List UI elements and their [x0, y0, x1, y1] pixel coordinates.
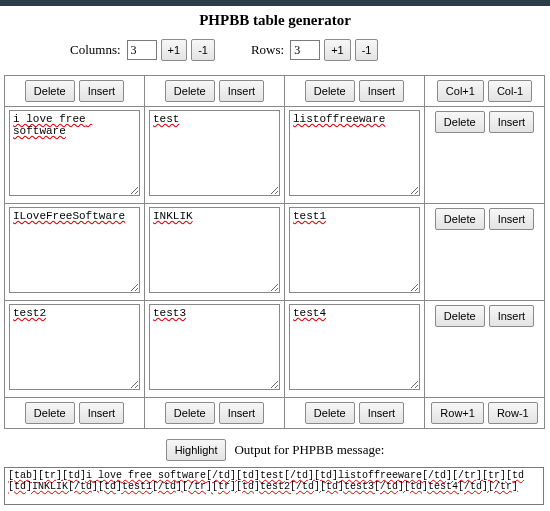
table-cell[interactable]	[9, 110, 140, 196]
col-insert-button[interactable]: Insert	[359, 402, 405, 424]
col-delete-button[interactable]: Delete	[165, 80, 215, 102]
col-insert-button[interactable]: Insert	[359, 80, 405, 102]
col-delete-button[interactable]: Delete	[25, 402, 75, 424]
rows-plus-button[interactable]: +1	[324, 39, 351, 61]
row-insert-button[interactable]: Insert	[489, 111, 535, 133]
row-insert-button[interactable]: Insert	[489, 208, 535, 230]
col-insert-button[interactable]: Insert	[79, 402, 125, 424]
columns-minus-button[interactable]: -1	[191, 39, 215, 61]
col-delete-button[interactable]: Delete	[305, 402, 355, 424]
col-delete-button[interactable]: Delete	[305, 80, 355, 102]
table-cell[interactable]	[149, 207, 280, 293]
rows-minus-button[interactable]: -1	[355, 39, 379, 61]
table-grid: Delete Insert Delete Insert Delete Inser…	[4, 75, 545, 429]
window-top-accent	[0, 0, 550, 6]
dimension-controls: Columns: +1 -1 Rows: +1 -1	[70, 39, 550, 61]
output-label: Output for PHPBB message:	[234, 442, 384, 458]
row-delete-button[interactable]: Delete	[435, 305, 485, 327]
col-delete-button[interactable]: Delete	[165, 402, 215, 424]
columns-input[interactable]	[127, 40, 157, 60]
row-delete-button[interactable]: Delete	[435, 208, 485, 230]
rows-label: Rows:	[251, 42, 284, 58]
table-cell[interactable]	[289, 110, 420, 196]
page-title: PHPBB table generator	[0, 12, 550, 29]
row-minus-button[interactable]: Row-1	[488, 402, 538, 424]
col-insert-button[interactable]: Insert	[219, 402, 265, 424]
output-header: Highlight Output for PHPBB message:	[0, 439, 550, 461]
rows-input[interactable]	[290, 40, 320, 60]
col-delete-button[interactable]: Delete	[25, 80, 75, 102]
col-insert-button[interactable]: Insert	[219, 80, 265, 102]
columns-label: Columns:	[70, 42, 121, 58]
table-cell[interactable]	[9, 207, 140, 293]
row-delete-button[interactable]: Delete	[435, 111, 485, 133]
table-cell[interactable]	[9, 304, 140, 390]
highlight-button[interactable]: Highlight	[166, 439, 227, 461]
row-insert-button[interactable]: Insert	[489, 305, 535, 327]
columns-plus-button[interactable]: +1	[161, 39, 188, 61]
col-insert-button[interactable]: Insert	[79, 80, 125, 102]
table-cell[interactable]	[289, 304, 420, 390]
col-minus-button[interactable]: Col-1	[488, 80, 532, 102]
table-cell[interactable]	[289, 207, 420, 293]
table-cell[interactable]	[149, 304, 280, 390]
output-textarea[interactable]	[4, 467, 544, 505]
col-plus-button[interactable]: Col+1	[437, 80, 484, 102]
row-plus-button[interactable]: Row+1	[431, 402, 484, 424]
table-cell[interactable]	[149, 110, 280, 196]
